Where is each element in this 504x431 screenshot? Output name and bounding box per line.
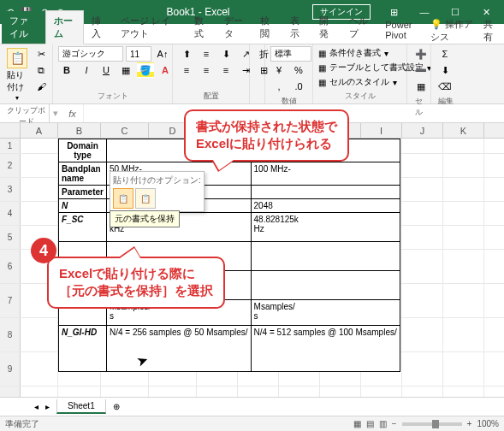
tell-me[interactable]: 💡 操作アシス xyxy=(430,18,475,44)
sheet-nav-next[interactable]: ▸ xyxy=(45,402,50,411)
cell[interactable] xyxy=(443,202,484,225)
col-header-A[interactable]: A xyxy=(21,123,58,138)
align-right-icon[interactable]: ≡ xyxy=(217,62,234,78)
cell[interactable] xyxy=(21,178,58,201)
tab-dev[interactable]: 開発 xyxy=(311,11,341,44)
cell[interactable] xyxy=(21,318,58,351)
cell[interactable] xyxy=(402,318,443,351)
cell[interactable] xyxy=(361,387,402,397)
align-top-icon[interactable]: ⬆ xyxy=(178,46,195,62)
row-header-6[interactable]: 6 xyxy=(0,250,21,283)
col-header-K[interactable]: K xyxy=(443,123,484,138)
italic-button[interactable]: I xyxy=(78,62,95,78)
tab-data[interactable]: データ xyxy=(216,11,253,44)
cut-icon[interactable]: ✂ xyxy=(33,46,50,62)
cell[interactable] xyxy=(402,202,443,225)
row-header-9[interactable]: 9 xyxy=(0,352,21,386)
row-header-2[interactable]: 2 xyxy=(0,154,21,177)
tab-insert[interactable]: 挿入 xyxy=(84,11,113,44)
paste-keep-source-format[interactable]: 📋 xyxy=(113,188,133,209)
fill-icon[interactable]: ⬇ xyxy=(436,62,454,78)
view-pagelayout-icon[interactable]: ▤ xyxy=(366,419,374,428)
sheet-tab-1[interactable]: Sheet1 xyxy=(56,399,106,414)
cell[interactable] xyxy=(402,139,443,153)
bold-button[interactable]: B xyxy=(58,62,75,78)
fx-button[interactable]: fx xyxy=(62,104,84,122)
row-header-8[interactable]: 8 xyxy=(0,318,21,351)
name-box[interactable] xyxy=(0,104,50,122)
clear-icon[interactable]: ⌫ xyxy=(436,79,454,94)
conditional-format-button[interactable]: ▦ 条件付き書式 ▾ xyxy=(318,46,388,60)
cell[interactable] xyxy=(402,387,443,397)
cell[interactable] xyxy=(443,154,484,177)
tab-help[interactable]: ヘルプ xyxy=(341,11,378,44)
zoom-out-button[interactable]: − xyxy=(392,419,397,428)
cell[interactable] xyxy=(149,387,197,397)
cell[interactable] xyxy=(101,387,149,397)
col-header-I[interactable]: I xyxy=(361,123,402,138)
cell[interactable] xyxy=(21,387,58,397)
cell[interactable] xyxy=(402,250,443,283)
cell[interactable] xyxy=(21,154,58,177)
tab-formulas[interactable]: 数式 xyxy=(187,11,216,44)
insert-cells-icon[interactable]: ➕ xyxy=(412,46,430,62)
col-header-B[interactable]: B xyxy=(58,123,101,138)
autosum-icon[interactable]: Σ xyxy=(436,46,454,62)
cell[interactable] xyxy=(197,387,238,397)
cell[interactable] xyxy=(443,387,484,397)
number-format-dropdown[interactable]: 標準 xyxy=(270,46,311,62)
row-header-5[interactable]: 5 xyxy=(0,226,21,249)
zoom-slider[interactable] xyxy=(402,422,462,426)
format-cells-icon[interactable]: ▦ xyxy=(412,79,430,94)
cell[interactable] xyxy=(443,284,484,317)
row-header-1[interactable]: 1 xyxy=(0,139,21,153)
format-painter-icon[interactable]: 🖌 xyxy=(33,79,50,94)
cell[interactable] xyxy=(21,202,58,225)
cell[interactable] xyxy=(21,139,58,153)
select-all-corner[interactable] xyxy=(0,123,21,138)
cell[interactable] xyxy=(402,284,443,317)
cell[interactable] xyxy=(443,318,484,351)
cell[interactable] xyxy=(443,352,484,386)
copy-icon[interactable]: ⧉ xyxy=(33,62,50,78)
cell[interactable] xyxy=(402,178,443,201)
row-header-3[interactable]: 3 xyxy=(0,178,21,201)
row-header-4[interactable]: 4 xyxy=(0,202,21,225)
delete-cells-icon[interactable]: ➖ xyxy=(412,62,430,78)
align-center-icon[interactable]: ≡ xyxy=(198,62,215,78)
col-header-C[interactable]: C xyxy=(101,123,149,138)
cell[interactable] xyxy=(238,387,279,397)
paste-match-dest-format[interactable]: 📋 xyxy=(135,188,156,209)
view-normal-icon[interactable]: ▦ xyxy=(353,419,361,428)
zoom-level[interactable]: 100% xyxy=(477,419,499,428)
align-mid-icon[interactable]: ≡ xyxy=(198,46,215,62)
cell[interactable] xyxy=(402,154,443,177)
view-pagebreak-icon[interactable]: ▥ xyxy=(379,419,387,428)
font-size-dropdown[interactable]: 11 xyxy=(126,46,151,62)
align-bot-icon[interactable]: ⬇ xyxy=(217,46,234,62)
underline-button[interactable]: U xyxy=(98,62,115,78)
new-sheet-button[interactable]: ⊕ xyxy=(113,402,120,411)
font-name-dropdown[interactable]: 游ゴシック xyxy=(58,46,123,62)
cell[interactable] xyxy=(402,352,443,386)
comma-icon[interactable]: , xyxy=(270,79,288,94)
paste-button[interactable]: 📋 貼り付け ▾ xyxy=(5,46,29,103)
cell-styles-button[interactable]: ▦ セルのスタイル ▾ xyxy=(318,75,397,89)
border-button[interactable]: ▦ xyxy=(117,62,134,78)
tab-file[interactable]: ファイル xyxy=(2,11,45,44)
cell[interactable] xyxy=(443,250,484,283)
tab-layout[interactable]: ページ レイアウト xyxy=(113,11,187,44)
col-header-J[interactable]: J xyxy=(402,123,443,138)
cell[interactable] xyxy=(443,178,484,201)
tab-powerpivot[interactable]: Power Pivot xyxy=(377,16,430,44)
cell[interactable] xyxy=(58,387,101,397)
cell[interactable] xyxy=(443,139,484,153)
cell[interactable] xyxy=(21,352,58,386)
font-color-button[interactable]: A xyxy=(157,62,174,78)
increase-font-icon[interactable]: A↑ xyxy=(154,46,171,62)
zoom-in-button[interactable]: + xyxy=(467,419,472,428)
fill-color-button[interactable]: 🪣 xyxy=(137,62,154,78)
row-header-10[interactable]: 10 xyxy=(0,387,21,397)
row-header-7[interactable]: 7 xyxy=(0,284,21,317)
currency-icon[interactable]: ¥ xyxy=(270,62,288,78)
